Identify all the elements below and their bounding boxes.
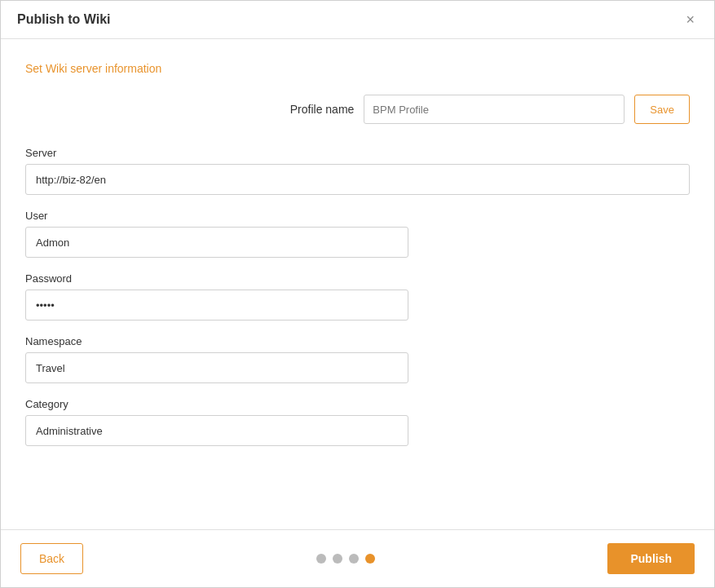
namespace-label: Namespace — [25, 335, 690, 347]
pagination-dots — [316, 554, 375, 564]
dialog-title: Publish to Wiki — [17, 12, 111, 27]
user-field-group: User — [25, 210, 690, 258]
form-section: Server User Password Namespace Category — [25, 147, 690, 446]
dialog-header: Publish to Wiki × — [1, 1, 714, 39]
namespace-input[interactable] — [25, 352, 408, 383]
close-button[interactable]: × — [682, 12, 698, 27]
dot-4-active — [365, 554, 375, 564]
profile-name-label: Profile name — [290, 103, 355, 116]
back-button[interactable]: Back — [20, 543, 83, 574]
server-label: Server — [25, 147, 690, 159]
dot-3 — [349, 554, 359, 564]
dot-2 — [333, 554, 342, 564]
user-label: User — [25, 210, 690, 222]
category-field-group: Category — [25, 398, 690, 446]
password-label: Password — [25, 272, 690, 285]
section-title: Set Wiki server information — [25, 62, 690, 75]
save-button[interactable]: Save — [634, 95, 690, 124]
dialog-footer: Back Publish — [1, 529, 714, 587]
dialog-body: Set Wiki server information Profile name… — [1, 39, 714, 529]
server-input[interactable] — [25, 164, 690, 195]
publish-to-wiki-dialog: Publish to Wiki × Set Wiki server inform… — [0, 0, 715, 588]
dot-1 — [316, 554, 326, 564]
profile-row: Profile name Save — [25, 95, 690, 124]
category-input[interactable] — [25, 415, 408, 446]
user-input[interactable] — [25, 227, 408, 258]
publish-button[interactable]: Publish — [607, 543, 695, 574]
server-field-group: Server — [25, 147, 690, 195]
namespace-field-group: Namespace — [25, 335, 690, 383]
password-input[interactable] — [25, 290, 408, 321]
section-title-plain: Set Wiki server — [25, 62, 105, 75]
password-field-group: Password — [25, 272, 690, 321]
category-label: Category — [25, 398, 690, 410]
profile-name-input[interactable] — [364, 95, 625, 124]
section-title-colored: information — [105, 62, 161, 75]
